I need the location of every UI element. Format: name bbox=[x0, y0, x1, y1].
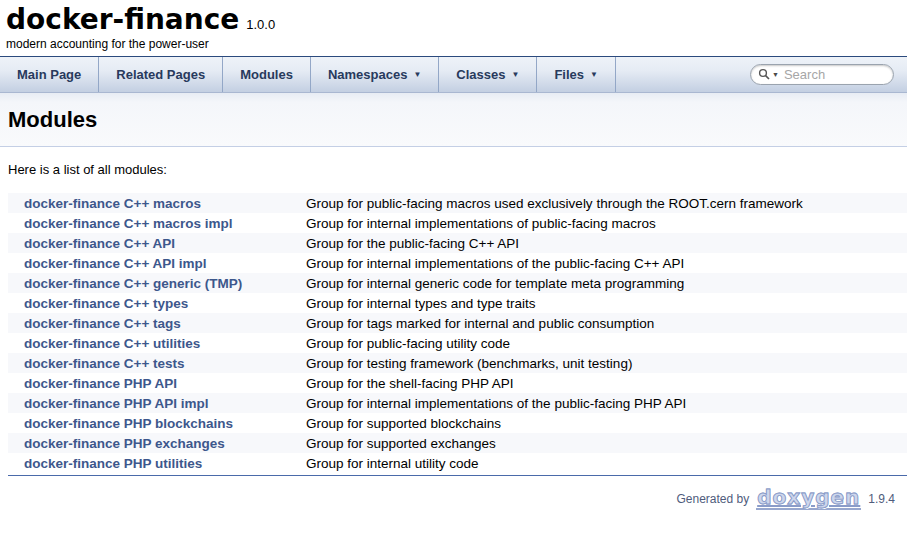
module-row: docker-finance PHP API implGroup for int… bbox=[8, 393, 907, 413]
chevron-down-icon: ▼ bbox=[590, 70, 598, 79]
module-link[interactable]: docker-finance C++ utilities bbox=[24, 336, 200, 351]
tab-modules[interactable]: Modules bbox=[223, 57, 311, 92]
module-link[interactable]: docker-finance C++ generic (TMP) bbox=[24, 276, 242, 291]
module-description: Group for internal generic code for temp… bbox=[300, 273, 907, 293]
module-link[interactable]: docker-finance PHP exchanges bbox=[24, 436, 225, 451]
tab-label: Namespaces bbox=[328, 67, 408, 82]
module-entry-cell: docker-finance PHP exchanges bbox=[8, 433, 300, 453]
module-row: docker-finance C++ tagsGroup for tags ma… bbox=[8, 313, 907, 333]
module-entry-cell: docker-finance PHP API bbox=[8, 373, 300, 393]
page-header: Modules bbox=[0, 93, 907, 147]
nav-tab-list: Main PageRelated PagesModulesNamespaces▼… bbox=[0, 57, 616, 92]
tab-related-pages[interactable]: Related Pages bbox=[99, 57, 223, 92]
project-brief: modern accounting for the power-user bbox=[6, 36, 907, 56]
module-link[interactable]: docker-finance PHP blockchains bbox=[24, 416, 233, 431]
module-description: Group for internal implementations of pu… bbox=[300, 213, 907, 233]
modules-table: docker-finance C++ macrosGroup for publi… bbox=[8, 193, 907, 473]
module-entry-cell: docker-finance C++ types bbox=[8, 293, 300, 313]
module-row: docker-finance C++ macrosGroup for publi… bbox=[8, 193, 907, 213]
module-row: docker-finance PHP APIGroup for the shel… bbox=[8, 373, 907, 393]
module-link[interactable]: docker-finance C++ types bbox=[24, 296, 188, 311]
module-entry-cell: docker-finance C++ utilities bbox=[8, 333, 300, 353]
module-entry-cell: docker-finance C++ generic (TMP) bbox=[8, 273, 300, 293]
module-link[interactable]: docker-finance C++ API bbox=[24, 236, 175, 251]
tab-files[interactable]: Files▼ bbox=[537, 57, 616, 92]
tab-label: Main Page bbox=[17, 67, 81, 82]
module-link[interactable]: docker-finance C++ macros impl bbox=[24, 216, 233, 231]
module-description: Group for public-facing macros used excl… bbox=[300, 193, 907, 213]
module-row: docker-finance C++ typesGroup for intern… bbox=[8, 293, 907, 313]
module-link[interactable]: docker-finance C++ macros bbox=[24, 196, 201, 211]
title-area: docker-finance1.0.0 modern accounting fo… bbox=[0, 0, 907, 56]
main-nav-bar: Main PageRelated PagesModulesNamespaces▼… bbox=[0, 56, 907, 93]
module-row: docker-finance C++ generic (TMP)Group fo… bbox=[8, 273, 907, 293]
project-name: docker-finance bbox=[6, 3, 239, 36]
module-row: docker-finance C++ macros implGroup for … bbox=[8, 213, 907, 233]
module-description: Group for internal implementations of th… bbox=[300, 253, 907, 273]
module-description: Group for supported blockchains bbox=[300, 413, 907, 433]
module-entry-cell: docker-finance PHP utilities bbox=[8, 453, 300, 473]
module-description: Group for internal implementations of th… bbox=[300, 393, 907, 413]
chevron-down-icon: ▼ bbox=[413, 70, 421, 79]
search-icon[interactable]: ▼ bbox=[758, 68, 779, 81]
generator-version: 1.9.4 bbox=[868, 492, 895, 506]
module-description: Group for the shell-facing PHP API bbox=[300, 373, 907, 393]
search-input[interactable] bbox=[779, 66, 885, 83]
module-description: Group for supported exchanges bbox=[300, 433, 907, 453]
module-row: docker-finance C++ testsGroup for testin… bbox=[8, 353, 907, 373]
module-entry-cell: docker-finance PHP blockchains bbox=[8, 413, 300, 433]
module-description: Group for the public-facing C++ API bbox=[300, 233, 907, 253]
module-entry-cell: docker-finance PHP API impl bbox=[8, 393, 300, 413]
module-link[interactable]: docker-finance PHP API impl bbox=[24, 396, 209, 411]
module-link[interactable]: docker-finance PHP utilities bbox=[24, 456, 202, 471]
chevron-down-icon: ▼ bbox=[511, 70, 519, 79]
modules-intro-text: Here is a list of all modules: bbox=[8, 162, 907, 177]
search-area: ▼ bbox=[750, 64, 894, 85]
module-description: Group for tags marked for internal and p… bbox=[300, 313, 907, 333]
module-row: docker-finance C++ API implGroup for int… bbox=[8, 253, 907, 273]
module-row: docker-finance PHP blockchainsGroup for … bbox=[8, 413, 907, 433]
module-link[interactable]: docker-finance C++ tests bbox=[24, 356, 185, 371]
tab-main-page[interactable]: Main Page bbox=[0, 57, 99, 92]
module-entry-cell: docker-finance C++ tags bbox=[8, 313, 300, 333]
module-description: Group for public-facing utility code bbox=[300, 333, 907, 353]
module-link[interactable]: docker-finance C++ tags bbox=[24, 316, 181, 331]
module-entry-cell: docker-finance C++ macros impl bbox=[8, 213, 300, 233]
contents: Here is a list of all modules: docker-fi… bbox=[0, 147, 907, 476]
project-version: 1.0.0 bbox=[246, 17, 275, 32]
tab-label: Files bbox=[554, 67, 584, 82]
module-description: Group for internal utility code bbox=[300, 453, 907, 473]
tab-namespaces[interactable]: Namespaces▼ bbox=[311, 57, 439, 92]
page-title: Modules bbox=[8, 108, 907, 132]
tab-label: Related Pages bbox=[116, 67, 205, 82]
module-description: Group for internal types and type traits bbox=[300, 293, 907, 313]
module-row: docker-finance C++ utilitiesGroup for pu… bbox=[8, 333, 907, 353]
module-row: docker-finance PHP exchangesGroup for su… bbox=[8, 433, 907, 453]
chevron-down-icon: ▼ bbox=[772, 71, 779, 78]
tab-label: Modules bbox=[240, 67, 293, 82]
module-entry-cell: docker-finance C++ API bbox=[8, 233, 300, 253]
tab-classes[interactable]: Classes▼ bbox=[439, 57, 537, 92]
module-entry-cell: docker-finance C++ API impl bbox=[8, 253, 300, 273]
module-entry-cell: docker-finance C++ tests bbox=[8, 353, 300, 373]
module-row: docker-finance PHP utilitiesGroup for in… bbox=[8, 453, 907, 473]
module-link[interactable]: docker-finance C++ API impl bbox=[24, 256, 207, 271]
tab-label: Classes bbox=[456, 67, 505, 82]
generated-by-text: Generated by bbox=[676, 492, 749, 506]
module-description: Group for testing framework (benchmarks,… bbox=[300, 353, 907, 373]
module-row: docker-finance C++ APIGroup for the publ… bbox=[8, 233, 907, 253]
search-box[interactable]: ▼ bbox=[750, 64, 894, 85]
module-link[interactable]: docker-finance PHP API bbox=[24, 376, 177, 391]
page-footer: Generated by doxygen 1.9.4 bbox=[0, 476, 907, 510]
doxygen-logo[interactable]: doxygen bbox=[756, 488, 861, 510]
module-entry-cell: docker-finance C++ macros bbox=[8, 193, 300, 213]
